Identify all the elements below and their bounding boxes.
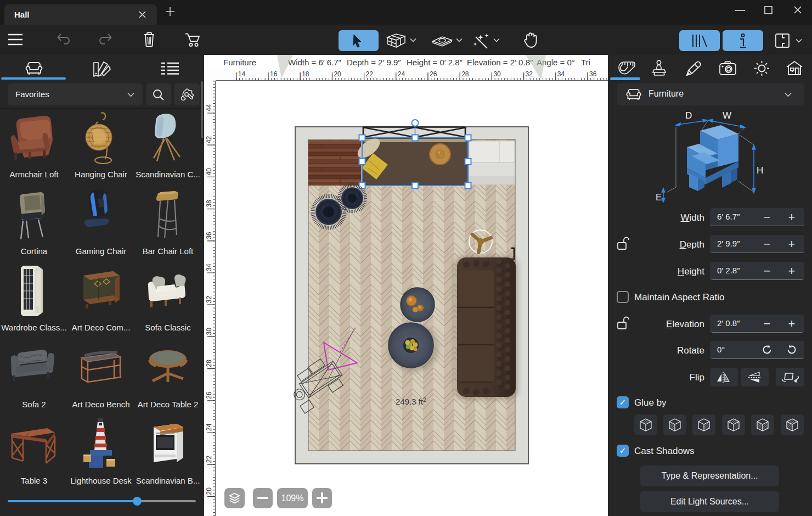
svg-text:40: 40	[205, 168, 213, 176]
svg-text:26: 26	[205, 391, 213, 399]
svg-text:28: 28	[205, 360, 213, 367]
svg-text:30: 30	[205, 328, 213, 335]
svg-text:H: H	[757, 165, 763, 176]
svg-text:42: 42	[205, 136, 213, 144]
svg-text:W: W	[723, 110, 731, 121]
svg-text:32: 32	[205, 296, 213, 304]
svg-text:34: 34	[205, 263, 213, 271]
svg-text:22: 22	[205, 456, 213, 463]
svg-text:44: 44	[205, 104, 213, 111]
svg-text:20: 20	[205, 487, 213, 495]
svg-text:36: 36	[205, 232, 213, 239]
svg-text:E: E	[656, 192, 662, 203]
svg-text:24: 24	[205, 423, 213, 431]
svg-text:D: D	[685, 110, 692, 121]
svg-text:38: 38	[205, 200, 213, 207]
svg-text:249.3 ft2: 249.3 ft2	[396, 397, 426, 407]
